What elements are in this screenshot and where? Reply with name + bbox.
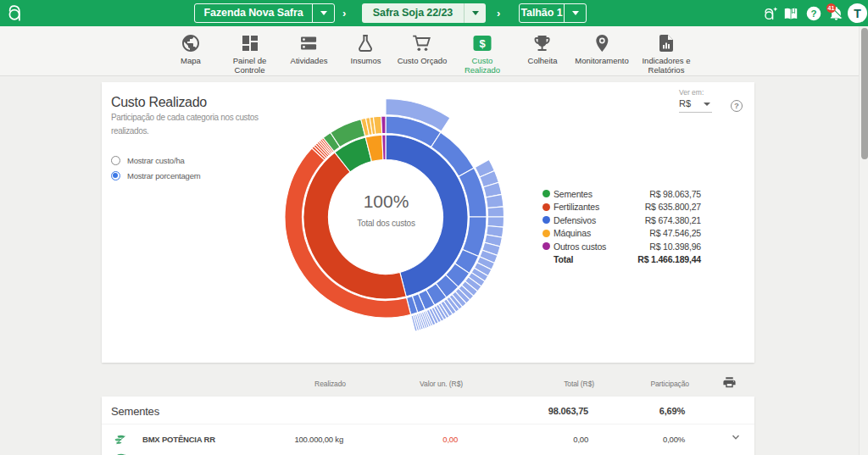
nav-item-label: Monitoramento	[575, 57, 628, 66]
field-select[interactable]: Talhão 1	[519, 3, 587, 23]
nav-item-mapa[interactable]: Mapa	[181, 33, 201, 66]
trophy-icon	[532, 33, 553, 53]
currency-select[interactable]: R$	[679, 98, 712, 113]
legend-color-dot	[542, 203, 550, 211]
nav-item-label: Insumos	[351, 57, 381, 66]
legend-value: R$ 10.398,96	[649, 241, 701, 252]
legend-color-dot	[542, 190, 550, 197]
pin-icon	[592, 33, 612, 53]
cost-sunburst-chart[interactable]	[266, 97, 505, 336]
help-icon[interactable]: ?	[805, 5, 822, 22]
legend-row-outros-custos: Outros custos R$ 10.398,96	[542, 240, 701, 253]
legend-row-defensivos: Defensivos R$ 674.380,21	[542, 214, 701, 227]
report-icon	[656, 33, 676, 53]
nav-item-label: Painel de Controle	[224, 57, 276, 75]
chart-subsegment-outros-custos[interactable]	[381, 116, 386, 134]
page-subtitle: Participação de cada categoria nos custo…	[111, 111, 268, 138]
column-header-realizado[interactable]: Realizado	[314, 380, 346, 388]
topbar-actions: ? 41 T	[762, 0, 868, 26]
legend-label: Total	[554, 254, 573, 264]
nav-item-atividades[interactable]: Atividades	[291, 33, 328, 66]
radio-icon-checked	[111, 171, 120, 180]
legend-color-dot	[542, 242, 550, 250]
table-group-row[interactable]: Sementes 98.063,75 6,69%	[102, 397, 754, 424]
cell-realizado: 100.000,00 kg	[294, 435, 343, 444]
table-row[interactable]: BMX POTÊNCIA RR 100.000,00 kg 0,00 0,00 …	[102, 424, 754, 445]
nav-item-colheita[interactable]: Colheita	[528, 33, 558, 66]
module-navbar: Mapa Painel de Controle Atividades Insum…	[0, 26, 868, 76]
season-select[interactable]: Safra Soja 22/23	[362, 3, 486, 23]
legend-value: R$ 1.466.189,44	[637, 254, 701, 264]
farm-select-label: Fazenda Nova Safra	[195, 4, 312, 22]
nav-item-painel-de-controle[interactable]: Painel de Controle	[224, 33, 276, 75]
nav-item-monitoramento[interactable]: Monitoramento	[575, 33, 628, 66]
season-select-label: Safra Soja 22/23	[362, 3, 464, 23]
group-total: 98.063,75	[548, 406, 588, 416]
view-in-label: Ver em:	[679, 88, 704, 97]
legend-label: Defensivos	[554, 215, 596, 225]
nav-item-label: Mapa	[181, 57, 201, 66]
chart-subsubsegment-defensivos[interactable]	[487, 207, 504, 217]
nav-item-indicadores-e-relat-rios[interactable]: Indicadores e Relatórios	[634, 33, 698, 75]
flask-icon	[356, 33, 376, 53]
nav-item-label: Custo Realizado	[460, 57, 504, 75]
radio-show-cost-ha[interactable]: Mostrar custo/ha	[111, 156, 185, 165]
page-scrollbar[interactable]	[859, 26, 868, 455]
nav-item-label: Indicadores e Relatórios	[634, 57, 698, 75]
column-header-total-r-[interactable]: Total (R$)	[564, 380, 594, 388]
breadcrumb-separator: ›	[342, 7, 346, 19]
chart-help-icon[interactable]: ?	[731, 100, 743, 112]
column-header-participa-o[interactable]: Participação	[650, 380, 689, 388]
legend-value: R$ 674.380,21	[645, 215, 701, 225]
nav-item-label: Colheita	[528, 57, 558, 66]
legend-color-dot	[542, 230, 550, 237]
seed-icon	[114, 451, 127, 455]
legend-row-sementes: Sementes R$ 98.063,75	[542, 187, 701, 201]
cell-total: 0,00	[573, 435, 588, 444]
scrollbar-thumb[interactable]	[861, 28, 868, 159]
nav-item-custo-or-ado[interactable]: Custo Orçado	[398, 33, 448, 66]
breadcrumb: Fazenda Nova Safra › Safra Soja 22/23 › …	[0, 0, 868, 26]
legend-value: R$ 98.063,75	[649, 189, 701, 199]
user-avatar[interactable]: T	[848, 3, 867, 23]
chevron-down-icon	[472, 11, 479, 15]
legend-row-fertilizantes: Fertilizantes R$ 635.800,27	[542, 201, 701, 214]
legend-color-dot	[542, 216, 550, 224]
knowledge-book-icon[interactable]	[782, 5, 799, 22]
legend-label: Fertilizantes	[554, 202, 599, 212]
legend-value: R$ 635.800,27	[645, 202, 701, 212]
page-title: Custo Realizado	[111, 95, 207, 110]
chevron-down-icon	[320, 11, 327, 15]
chart-legend: Sementes R$ 98.063,75 Fertilizantes R$ 6…	[542, 187, 701, 267]
cost-table-card: Sementes 98.063,75 6,69% BMX POTÊNCIA RR…	[102, 397, 754, 455]
cost-table-header: RealizadoValor un. (R$)Total (R$)Partici…	[102, 377, 754, 389]
seed-icon	[114, 432, 127, 446]
realized-cost-card: Custo Realizado Participação de cada cat…	[102, 82, 754, 363]
nav-item-custo-realizado[interactable]: $ Custo Realizado	[460, 33, 504, 75]
legend-value: R$ 47.546,25	[649, 228, 701, 238]
legend-row-total: Total R$ 1.466.189,44	[542, 253, 701, 267]
column-header-valor-un-r-[interactable]: Valor un. (R$)	[420, 380, 463, 388]
cart-icon	[412, 33, 432, 53]
legend-label: Outros custos	[554, 241, 606, 252]
whats-new-icon[interactable]	[762, 5, 779, 22]
table-row-partial[interactable]	[102, 449, 754, 455]
group-name: Sementes	[111, 405, 159, 418]
field-select-label: Talhão 1	[520, 4, 564, 22]
nav-item-label: Custo Orçado	[398, 57, 448, 66]
farm-select[interactable]: Fazenda Nova Safra	[194, 3, 335, 23]
top-app-bar: Fazenda Nova Safra › Safra Soja 22/23 › …	[0, 0, 868, 26]
notifications-bell[interactable]: 41	[827, 0, 844, 26]
cell-participacao: 0,00%	[663, 435, 685, 444]
cell-valor-unitario: 0,00	[442, 435, 458, 444]
product-name: BMX POTÊNCIA RR	[142, 435, 215, 444]
chart-segment-outros-custos[interactable]	[382, 135, 386, 160]
dollar-icon: $	[472, 33, 492, 53]
svg-text:$: $	[479, 37, 486, 50]
breadcrumb-separator: ›	[497, 7, 500, 19]
expand-chevron-icon[interactable]	[730, 431, 742, 443]
print-icon[interactable]	[722, 375, 737, 390]
nav-item-insumos[interactable]: Insumos	[351, 33, 381, 66]
chevron-down-icon	[704, 103, 710, 106]
radio-show-percentage[interactable]: Mostrar porcentagem	[111, 171, 201, 180]
